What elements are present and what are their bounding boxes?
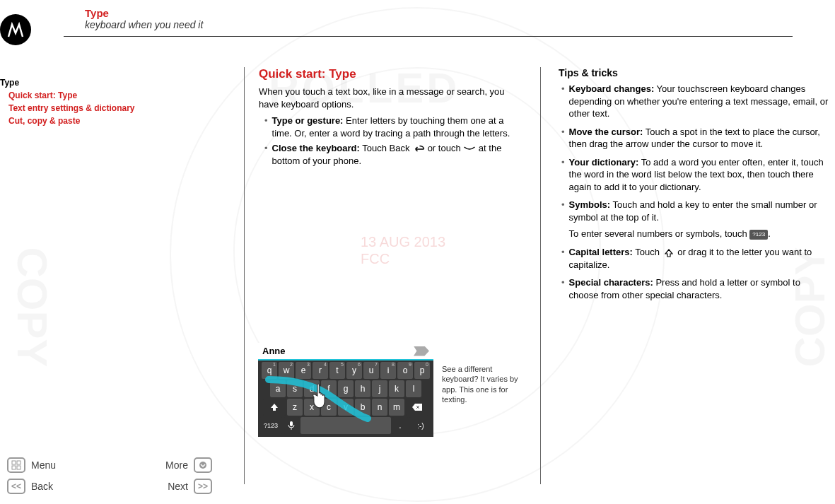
menu-button[interactable]: Menu xyxy=(7,457,56,473)
key-l: l xyxy=(406,380,421,397)
key-h: h xyxy=(355,380,370,397)
key-x: x xyxy=(304,399,320,416)
key-s: s xyxy=(287,380,303,397)
menu-label: Menu xyxy=(31,459,56,471)
svg-rect-4 xyxy=(17,466,21,469)
svg-rect-1 xyxy=(12,461,16,464)
next-icon: >> xyxy=(194,479,212,494)
key-q: q1 xyxy=(262,362,277,379)
prev-icon: << xyxy=(7,479,25,494)
sidebar-link-quick-start[interactable]: Quick start: Type xyxy=(0,89,212,102)
key-u: u7 xyxy=(363,362,379,379)
key-r: r4 xyxy=(313,362,328,379)
tips-column: Tips & tricks •Keyboard changes: Your to… xyxy=(559,67,831,307)
next-label: Next xyxy=(168,481,188,492)
tip-symbols: •Symbols: Touch and hold a key to enter … xyxy=(561,199,831,240)
key-t: t5 xyxy=(329,362,345,379)
page-subtitle: keyboard when you need it xyxy=(85,19,793,30)
page-header: Type keyboard when you need it xyxy=(64,7,835,37)
key-a: a xyxy=(270,380,286,397)
key-e: e3 xyxy=(296,362,311,379)
tip-dictionary: •Your dictionary: To add a word you ente… xyxy=(561,156,831,194)
tips-heading: Tips & tricks xyxy=(559,67,831,78)
next-button[interactable]: Next >> xyxy=(168,479,212,494)
svg-point-5 xyxy=(199,462,206,469)
back-icon xyxy=(412,144,425,154)
bottom-nav: Menu More << Back Next >> xyxy=(0,455,219,497)
key-c: c xyxy=(321,399,337,416)
smiley-key: :-) xyxy=(409,417,432,434)
key-y: y6 xyxy=(346,362,362,379)
symbols-key: ?123 xyxy=(259,417,282,434)
key-f: f xyxy=(321,380,337,397)
sidebar-nav: Type Quick start: Type Text entry settin… xyxy=(0,76,212,127)
shift-icon xyxy=(662,248,675,258)
more-icon xyxy=(194,457,212,473)
key-v: v xyxy=(338,399,354,416)
page-title: Type xyxy=(85,7,793,19)
key-z: z xyxy=(287,399,303,416)
key-j: j xyxy=(372,380,387,397)
more-button[interactable]: More xyxy=(165,457,212,473)
key-d: d xyxy=(304,380,320,397)
keyboard-illustration: Anne q1w2e3r4t5y6u7i8o9p0 asdfghjkl zxcv… xyxy=(258,343,433,437)
back-button[interactable]: << Back xyxy=(7,479,53,494)
sidebar-section-title: Type xyxy=(0,76,212,89)
section-heading: Quick start: Type xyxy=(259,67,526,81)
shift-key xyxy=(263,399,286,416)
key-k: k xyxy=(389,380,404,397)
swipe-down-icon xyxy=(463,144,476,154)
sidebar-link-text-entry[interactable]: Text entry settings & dictionary xyxy=(0,102,212,115)
menu-icon xyxy=(7,457,25,473)
key-b: b xyxy=(355,399,370,416)
send-icon xyxy=(414,346,429,356)
space-key xyxy=(300,417,391,434)
svg-rect-3 xyxy=(12,466,16,469)
svg-rect-0 xyxy=(290,421,293,426)
period-key: . xyxy=(392,417,408,434)
mic-key xyxy=(284,417,299,434)
bullet-type-gesture: • Type or gesture: Enter letters by touc… xyxy=(264,115,526,139)
back-label: Back xyxy=(31,481,53,492)
key-n: n xyxy=(372,399,387,416)
tip-keyboard-changes: •Keyboard changes: Your touchscreen keyb… xyxy=(561,83,831,120)
key-i: i8 xyxy=(380,362,396,379)
keyboard-note: See a different keyboard? It varies by a… xyxy=(442,364,520,404)
more-label: More xyxy=(165,459,188,471)
symbols-key-icon: ?123 xyxy=(749,230,768,240)
backspace-key xyxy=(406,399,428,416)
tip-special-characters: •Special characters: Press and hold a le… xyxy=(561,276,831,301)
motorola-logo-icon xyxy=(0,14,31,45)
svg-rect-2 xyxy=(17,461,21,464)
key-m: m xyxy=(389,399,404,416)
key-p: p0 xyxy=(414,362,430,379)
key-o: o9 xyxy=(397,362,413,379)
text-input-preview: Anne xyxy=(258,343,433,361)
intro-text: When you touch a text box, like in a mes… xyxy=(259,86,526,110)
tip-capital-letters: •Capital letters: Touch or drag it to th… xyxy=(561,246,831,271)
key-w: w2 xyxy=(279,362,294,379)
key-g: g xyxy=(338,380,354,397)
sidebar-link-cut-copy[interactable]: Cut, copy & paste xyxy=(0,115,212,127)
tip-move-cursor: •Move the cursor: Touch a spot in the te… xyxy=(561,126,831,151)
bullet-close-keyboard: • Close the keyboard: Touch Back or touc… xyxy=(264,142,526,167)
